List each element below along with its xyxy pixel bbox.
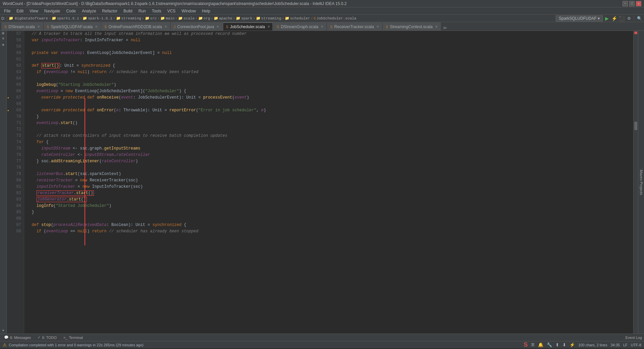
close-button[interactable]: ✕ [636, 1, 641, 6]
breadcrumb-jobscheduler[interactable]: JobScheduler.scala [317, 16, 357, 20]
tab-sparksql-label: SparkSQLUDFAF.scala [51, 24, 93, 29]
code-line-60: private var eventLoop: EventLoop[JobSche… [24, 50, 633, 56]
line-numbers: 57 58 59 60 61 62 63 64 65 66 67 68 69 7… [7, 31, 24, 334]
line-64: 64 [8, 75, 21, 82]
line-88: 88 [8, 228, 21, 235]
todo-icon: ✓ [38, 335, 41, 340]
menu-help[interactable]: Help [199, 8, 213, 14]
project-sidebar-icon[interactable]: ⊞ [1, 32, 5, 35]
search-everywhere[interactable]: 🔍 [636, 15, 643, 21]
code-line-59 [24, 44, 633, 50]
menu-navigate[interactable]: Navigate [42, 8, 63, 14]
menu-code[interactable]: Code [63, 8, 78, 14]
breadcrumb-streaming1[interactable]: streaming [121, 16, 141, 20]
breadcrumb-src[interactable]: src [150, 16, 157, 20]
breadcrumb-scheduler[interactable]: scheduler [290, 16, 310, 20]
folder-icon-src: 📁 [145, 16, 150, 20]
menu-tools[interactable]: Tools [149, 8, 164, 14]
menu-run[interactable]: Run [136, 8, 149, 14]
code-line-68 [24, 101, 633, 107]
terminal-icon: >_ [63, 336, 68, 340]
toolbar: D: 📁 BigDataSoftware › 📁 spark1.6.1 › 📁 … [0, 15, 644, 22]
right-panel[interactable]: Maven Projects [638, 31, 644, 334]
tab-streamingcontext[interactable]: S StreamingContext.scala ✕ [383, 22, 441, 31]
line-75: 75 [8, 146, 21, 152]
upload-icon: ⬇ [562, 342, 566, 347]
breadcrumb-org[interactable]: org [204, 16, 210, 20]
breadcrumb-spark3[interactable]: spark [241, 16, 252, 20]
breadcrumb-bigdata[interactable]: BigDataSoftware [15, 16, 48, 20]
code-line-67: override protected def onReceive(event: … [24, 95, 633, 101]
code-text: } [27, 209, 34, 216]
tab-onlineforeach[interactable]: S OnlineForeachRDD2DB.scala ✕ [101, 22, 170, 31]
code-text: inputInfoTracker = new InputInfoTracker(… [27, 184, 143, 190]
code-text: var inputInfoTracker: InputInfoTracker =… [27, 37, 140, 44]
menu-vcs[interactable]: VCS [165, 8, 178, 14]
event-log-label[interactable]: Event Log [625, 336, 642, 340]
scrollbar-thumb[interactable] [634, 122, 637, 130]
debug-button[interactable]: ⚡ [611, 15, 618, 21]
run-config-selector[interactable]: SparkSQLUDFUDAF ▾ [556, 15, 603, 21]
stop-button[interactable]: ⬛ [618, 15, 625, 21]
tab-dstreamgraph-close[interactable]: ✕ [321, 25, 323, 28]
settings-button[interactable]: ⚙ [626, 15, 632, 21]
breadcrumb-spark1[interactable]: spark1.6.1 [57, 16, 79, 20]
terminal-tab[interactable]: >_ Terminal [61, 334, 85, 341]
code-line-65: logDebug("Starting JobScheduler") [24, 82, 633, 88]
breadcrumb-streaming2[interactable]: streaming [261, 16, 281, 20]
breadcrumb-scala[interactable]: scala [183, 16, 195, 20]
tab-sparksql[interactable]: S SparkSQLUDFAF.scala ✕ [44, 22, 101, 31]
tab-receivertracker[interactable]: S ReceiverTracker.scala ✕ [327, 22, 382, 31]
tab-jobscheduler-close[interactable]: ✕ [267, 25, 270, 28]
code-text: def start(): Unit = synchronized { [27, 63, 115, 69]
minimize-button[interactable]: ─ [623, 1, 628, 6]
line-85: 85 [8, 209, 21, 216]
window-controls[interactable]: ─ □ ✕ [623, 1, 641, 6]
messages-label: 6: Messages [10, 336, 31, 340]
menu-edit[interactable]: Edit [14, 8, 26, 14]
line-60: 60 [8, 50, 21, 56]
breadcrumb-spark2[interactable]: spark-1.6.1 [88, 16, 112, 20]
tab-receivertracker-close[interactable]: ✕ [376, 25, 379, 28]
tab-dstream[interactable]: S DStream.scala ✕ [1, 22, 43, 31]
run-button[interactable]: ▶ [603, 15, 610, 21]
tab-connectionpool-close[interactable]: ✕ [216, 25, 219, 28]
tab-streamingcontext-close[interactable]: ✕ [435, 25, 438, 28]
code-line-83: jobGenerator.start() [24, 196, 633, 203]
tab-sparksql-close[interactable]: ✕ [95, 25, 98, 28]
code-line-61 [24, 56, 633, 63]
git-icon: ⬆ [555, 342, 559, 347]
tab-connectionpool[interactable]: J ConnectionPool.java ✕ [171, 22, 222, 31]
favorites-icon[interactable]: ★ [2, 328, 4, 332]
code-content[interactable]: // A tracker to track all the input stre… [24, 31, 633, 334]
line-76: 76 [8, 152, 21, 158]
menu-analyze[interactable]: Analyze [79, 8, 99, 14]
breadcrumb-apache[interactable]: apache [219, 16, 232, 20]
tab-dstreamgraph[interactable]: S DStreamGraph.scala ✕ [274, 22, 326, 31]
maven-projects-label[interactable]: Maven Projects [639, 170, 643, 195]
tab-onlineforeach-close[interactable]: ✕ [164, 25, 167, 28]
code-line-75: inputDStream <- ssc.graph.getInputStream… [24, 146, 633, 152]
menu-build[interactable]: Build [121, 8, 135, 14]
tab-dstream-icon: S [4, 25, 7, 29]
tab-jobscheduler[interactable]: S JobScheduler.scala ✕ [223, 22, 273, 31]
menu-window[interactable]: Window [179, 8, 199, 14]
breadcrumb-sep1: › [49, 16, 51, 20]
messages-tab[interactable]: 💬 6: Messages [2, 334, 33, 341]
breadcrumb-main[interactable]: main [166, 16, 174, 20]
hierarchy-icon[interactable]: ⊕ [2, 43, 4, 47]
structure-icon[interactable]: ≡ [2, 37, 4, 41]
tab-connectionpool-icon: J [174, 25, 176, 29]
breadcrumb-sep4: › [142, 16, 144, 20]
tab-dstream-close[interactable]: ✕ [37, 25, 40, 28]
folder-icon-apache: 📁 [214, 16, 218, 20]
menu-view[interactable]: View [27, 8, 41, 14]
code-text: if (eventLoop != null) return // schedul… [27, 69, 198, 75]
menu-refactor[interactable]: Refactor [100, 8, 120, 14]
maximize-button[interactable]: □ [629, 1, 635, 6]
todo-tab[interactable]: ✓ 6: TODO [36, 334, 59, 341]
more-tabs-button[interactable]: ≫ [441, 25, 448, 31]
terminal-label: Terminal [69, 336, 83, 340]
menu-file[interactable]: File [1, 8, 13, 14]
scrollbar[interactable] [633, 31, 638, 334]
